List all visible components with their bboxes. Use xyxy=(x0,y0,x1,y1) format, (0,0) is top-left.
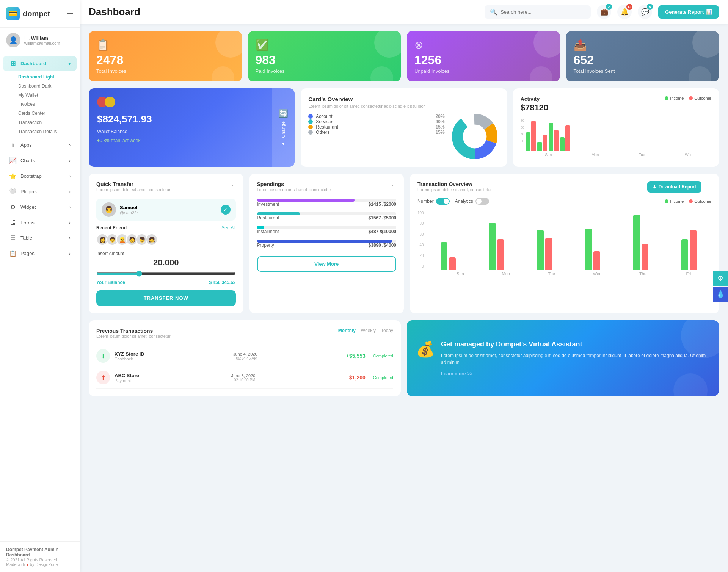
legend-pct-services: 40% xyxy=(436,119,445,124)
prev-transactions-desc: Lorem ipsum dolor sit amet, consectetur xyxy=(96,334,171,338)
download-report-button[interactable]: ⬇ Download Report xyxy=(647,181,701,193)
transaction-time-2: 02:10:00 PM xyxy=(231,378,256,382)
chevron-right-icon-2: › xyxy=(69,158,71,163)
transaction-date-2: June 3, 2020 xyxy=(231,373,256,378)
sidebar-item-dashboard[interactable]: ⊞ Dashboard ▾ xyxy=(3,56,77,71)
sidebar-subitem-my-wallet[interactable]: My Wallet xyxy=(15,91,80,100)
message-icon-btn[interactable]: 💬 5 xyxy=(638,5,652,19)
property-bar-bg xyxy=(257,240,397,243)
search-input[interactable] xyxy=(500,9,576,15)
mastercard-logo xyxy=(97,97,286,107)
stat-card-total-sent: 📤 652 Total Invoices Sent xyxy=(566,31,719,81)
quick-transfer-more-btn[interactable]: ⋮ xyxy=(229,181,236,190)
prev-transactions-header: Previous Transactions Lorem ipsum dolor … xyxy=(96,328,393,344)
logo-icon: 💳 xyxy=(6,7,20,20)
wallet-icon-btn[interactable]: 💼 2 xyxy=(597,5,611,19)
number-toggle-knob xyxy=(444,199,449,204)
legend-pct-restaurant: 15% xyxy=(436,124,445,130)
wallet-badge: 2 xyxy=(606,4,612,10)
sidebar-subitem-cards-center[interactable]: Cards Center xyxy=(15,109,80,118)
restaurant-bar-fill xyxy=(257,212,300,215)
spendings-more-btn[interactable]: ⋮ xyxy=(389,181,396,190)
see-all-link[interactable]: See All xyxy=(221,225,235,230)
cards-overview-card: Card's Overview Lorem ipsum dolor sit am… xyxy=(301,88,507,167)
big-bar-chart xyxy=(426,209,711,270)
transaction-time-1: 05:34:45 AM xyxy=(233,356,257,360)
prev-transactions-title: Previous Transactions xyxy=(96,328,171,334)
recent-friends-header: Recent Friend See All xyxy=(96,225,236,230)
content-area: 📋 2478 Total Invoices ✅ 983 Paid Invoice… xyxy=(80,24,728,572)
sidebar-footer: Dompet Payment Admin Dashboard © 2021 Al… xyxy=(0,541,80,572)
sidebar-logo: 💳 dompet ☰ xyxy=(0,0,80,28)
stat-card-unpaid-invoices: ⊗ 1256 Unpaid Invoices xyxy=(407,31,560,81)
sidebar-item-label-table: Table xyxy=(20,235,32,241)
notification-icon-btn[interactable]: 🔔 12 xyxy=(617,5,632,19)
hamburger-icon[interactable]: ☰ xyxy=(67,9,74,18)
tab-weekly[interactable]: Weekly xyxy=(361,328,376,335)
sidebar-subitem-dashboard-light[interactable]: Dashboard Light xyxy=(15,72,80,81)
tab-today[interactable]: Today xyxy=(381,328,393,335)
sidebar-item-bootstrap[interactable]: ⭐ Bootstrap › xyxy=(3,169,77,183)
sidebar-subitem-dashboard-dark[interactable]: Dashboard Dark xyxy=(15,81,80,91)
bar-group-wed xyxy=(560,125,570,151)
bar-group-tue xyxy=(549,123,559,151)
big-bar-tue-income xyxy=(537,230,544,270)
analytics-toggle-group: Analytics xyxy=(455,198,489,205)
sidebar-item-label-forms: Forms xyxy=(20,220,35,226)
chevron-right-icon-7: › xyxy=(69,235,71,241)
legend-label-restaurant: Restaurant xyxy=(316,124,432,130)
sidebar-item-apps[interactable]: ℹ Apps › xyxy=(3,138,77,152)
contact-handle: @sam224 xyxy=(120,210,139,215)
total-sent-num: 652 xyxy=(574,53,712,67)
virtual-assistant-card: 💰 Get managed by Dompet's Virtual Assist… xyxy=(407,320,719,396)
generate-report-button[interactable]: Generate Report 📊 xyxy=(658,5,719,19)
transfer-now-button[interactable]: TRANSFER NOW xyxy=(96,290,236,306)
sidebar-item-plugins[interactable]: 🤍 Plugins › xyxy=(3,184,77,199)
va-desc: Lorem ipsum dolor sit amet, consectetur … xyxy=(441,352,710,366)
transaction-bar-chart-wrap: 100 80 60 40 20 0 xyxy=(417,209,711,276)
transaction-more-btn[interactable]: ⋮ xyxy=(704,183,711,191)
sidebar-subitem-transaction[interactable]: Transaction xyxy=(15,118,80,127)
legend-others: Others 15% xyxy=(308,130,444,135)
wallet-change-button[interactable]: 🔄 Change ▾ xyxy=(272,88,295,167)
analytics-toggle[interactable] xyxy=(475,198,489,205)
legend-label-account: Account xyxy=(316,114,432,119)
activity-card: Activity $78120 Income Outcome xyxy=(513,88,719,167)
message-badge: 5 xyxy=(647,4,653,10)
property-row: Property $3890 /$4000 xyxy=(257,243,397,248)
chevron-right-icon-3: › xyxy=(69,174,71,179)
sidebar-item-label-dashboard: Dashboard xyxy=(20,61,46,66)
dashboard-submenu: Dashboard Light Dashboard Dark My Wallet… xyxy=(0,72,80,137)
sidebar-item-widget[interactable]: ⚙ Widget › xyxy=(3,200,77,215)
legend-label-services: Services xyxy=(316,119,432,124)
spending-property: Property $3890 /$4000 xyxy=(257,240,397,248)
bar-tue-income xyxy=(549,123,553,151)
generate-report-label: Generate Report xyxy=(665,9,704,15)
number-toggle[interactable] xyxy=(436,198,450,205)
settings-side-button[interactable]: ⚙ xyxy=(713,271,728,286)
va-learn-more-link[interactable]: Learn more >> xyxy=(441,371,710,376)
friend-6[interactable]: 👧 xyxy=(146,234,158,246)
notification-badge: 12 xyxy=(626,4,632,10)
bar-group-fri-big xyxy=(667,230,711,270)
big-bar-thu-outcome xyxy=(642,244,648,270)
search-icon: 🔍 xyxy=(490,8,497,16)
legend-dot-others xyxy=(308,130,313,135)
sidebar-item-forms[interactable]: 🖨 Forms › xyxy=(3,215,77,230)
transaction-name-2: ABC Store xyxy=(115,373,139,378)
tab-monthly[interactable]: Monthly xyxy=(338,328,356,335)
sidebar-item-pages[interactable]: 📋 Pages › xyxy=(3,246,77,261)
stat-card-paid-invoices: ✅ 983 Paid Invoices xyxy=(248,31,401,81)
sidebar-subitem-invoices[interactable]: Invoices xyxy=(15,100,80,109)
widget-icon: ⚙ xyxy=(9,204,17,211)
water-side-button[interactable]: 💧 xyxy=(713,287,728,302)
table-row: ⬆ ABC Store Payment June 3, 2020 02:10:0… xyxy=(96,367,393,389)
view-more-button[interactable]: View More xyxy=(257,256,397,272)
sidebar-item-table[interactable]: ☰ Table › xyxy=(3,230,77,245)
sidebar-subitem-transaction-details[interactable]: Transaction Details xyxy=(15,127,80,136)
contact-name: Samuel xyxy=(120,205,139,210)
amount-slider[interactable] xyxy=(96,271,236,277)
big-bar-mon-outcome xyxy=(497,239,504,270)
sidebar-item-charts[interactable]: 📈 Charts › xyxy=(3,153,77,168)
balance-label: Your Balance xyxy=(96,280,125,285)
